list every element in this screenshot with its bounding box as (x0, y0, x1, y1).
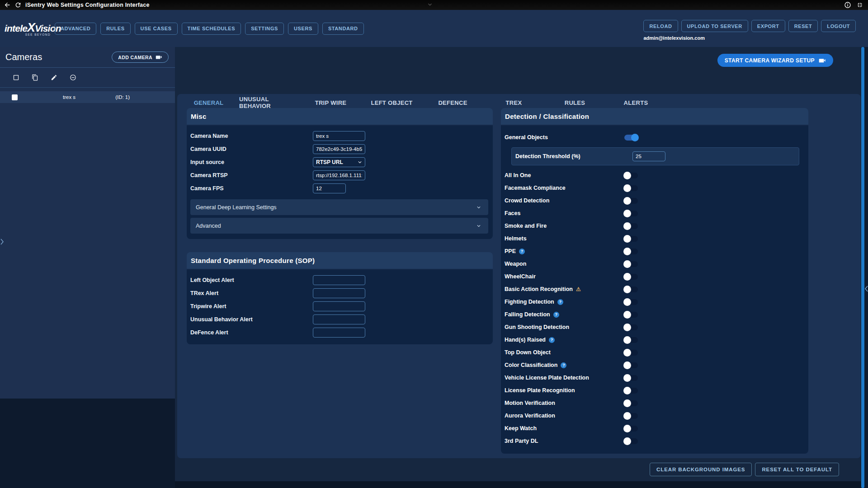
misc-panel: Misc Camera NameCamera UUIDInput sourceR… (187, 108, 493, 239)
info-icon[interactable] (844, 1, 851, 9)
field-label: Camera Name (190, 133, 313, 139)
nav-button-use-cases[interactable]: USE CASES (135, 23, 178, 35)
vehicle-license-plate-detection-toggle[interactable] (624, 375, 638, 381)
input-source-select[interactable]: RTSP URL (313, 157, 365, 167)
sop-row: Tripwire Alert (190, 300, 488, 313)
camera-uuid-input[interactable] (313, 144, 365, 154)
facemask-compliance-toggle[interactable] (624, 185, 638, 191)
top-down-object-toggle[interactable] (624, 350, 638, 356)
copy-icon[interactable] (32, 74, 38, 81)
info-icon[interactable]: ? (561, 362, 566, 368)
video-camera-icon (156, 55, 162, 60)
exit-fullscreen-icon[interactable] (856, 1, 863, 9)
nav-button-users[interactable]: USERS (288, 23, 318, 35)
smoke-and-fire-toggle[interactable] (624, 223, 638, 229)
toggle-row: Falling Detection? (505, 308, 804, 321)
toggle-label: Motion Verification (505, 400, 624, 406)
nav-button-time-schedules[interactable]: TIME SCHEDULES (182, 23, 241, 35)
crowd-detection-toggle[interactable] (624, 198, 638, 204)
camera-row-trex-s[interactable]: trex s (ID: 1) (0, 91, 175, 103)
toggle-row: Basic Action Recognition⚠ (505, 283, 804, 296)
tripwire-alert-input[interactable] (313, 301, 365, 311)
warning-icon: ⚠ (576, 286, 581, 292)
general-objects-label: General Objects (505, 134, 624, 141)
accordion-general-deep-learning-settings[interactable]: General Deep Learning Settings (190, 199, 488, 215)
refresh-icon[interactable] (14, 1, 22, 9)
3rd-party-dl-toggle[interactable] (624, 438, 638, 444)
nav-button-standard[interactable]: STANDARD (322, 23, 364, 35)
basic-action-recognition-toggle[interactable] (624, 286, 638, 292)
trex-alert-input[interactable] (313, 288, 365, 298)
nav-button-logout[interactable]: LOGOUT (821, 20, 856, 32)
toggle-label: License Plate Recognition (505, 387, 624, 394)
camera-rtsp-input[interactable] (313, 170, 365, 180)
info-icon[interactable]: ? (553, 312, 559, 318)
nav-button-reload[interactable]: RELOAD (643, 20, 678, 32)
toggle-label: Color Classification? (505, 362, 624, 368)
left-object-alert-input[interactable] (313, 275, 365, 285)
nav-button-reset[interactable]: RESET (788, 20, 818, 32)
all-in-one-toggle[interactable] (624, 173, 638, 178)
toggle-label: Basic Action Recognition⚠ (505, 286, 624, 292)
field-label: Tripwire Alert (190, 303, 313, 310)
unusual-behavior-alert-input[interactable] (313, 314, 365, 324)
field-row: Camera RTSP (190, 169, 488, 182)
nav-button-rules[interactable]: RULES (100, 23, 130, 35)
camera-name: trex s (63, 94, 75, 100)
start-camera-wizard-button[interactable]: START CAMERA WIZARD SETUP (717, 54, 833, 67)
nav-button-upload-to-server[interactable]: UPLOAD TO SERVER (681, 20, 748, 32)
toggle-label: Top Down Object (505, 349, 624, 356)
nav-button-export[interactable]: EXPORT (751, 20, 785, 32)
toggle-row: License Plate Recognition (505, 384, 804, 397)
falling-detection-toggle[interactable] (624, 312, 638, 318)
intelexvision-logo[interactable]: inteleXVision SEE BEYOND (5, 21, 51, 36)
collapse-panel-left-icon[interactable] (0, 239, 4, 245)
license-plate-recognition-toggle[interactable] (624, 388, 638, 394)
vertical-scrollbar[interactable] (861, 47, 864, 488)
remove-circle-icon[interactable] (70, 74, 76, 81)
camera-fps-input[interactable] (313, 183, 346, 193)
navbar: inteleXVision SEE BEYOND ADVANCEDRULESUS… (0, 10, 868, 47)
chevron-down-icon (476, 223, 482, 229)
wheelchair-toggle[interactable] (624, 274, 638, 280)
edit-pencil-icon[interactable] (51, 74, 57, 81)
nav-button-advanced[interactable]: ADVANCED (55, 23, 96, 35)
camera-checkbox[interactable] (12, 94, 18, 100)
camera-list: trex s (ID: 1) (0, 88, 175, 103)
toggle-row: Faces (505, 207, 804, 220)
faces-toggle[interactable] (624, 211, 638, 216)
toggle-row: Weapon (505, 258, 804, 270)
info-icon[interactable]: ? (549, 337, 555, 343)
info-icon[interactable]: ? (557, 299, 563, 305)
nav-button-settings[interactable]: SETTINGS (245, 23, 284, 35)
motion-verification-toggle[interactable] (624, 400, 638, 406)
helmets-toggle[interactable] (624, 236, 638, 242)
camera-name-input[interactable] (313, 131, 365, 141)
fighting-detection-toggle[interactable] (624, 299, 638, 305)
toggle-label: Weapon (505, 261, 624, 267)
back-arrow-icon[interactable] (4, 1, 11, 9)
gun-shooting-detection-toggle[interactable] (624, 324, 638, 330)
defence-alert-input[interactable] (313, 328, 365, 338)
cameras-sidebar: Cameras ADD CAMERA trex s (ID: 1) (0, 47, 175, 399)
reset-all-to-default-button[interactable]: RESET ALL TO DEFAULT (755, 463, 839, 476)
weapon-toggle[interactable] (624, 261, 638, 267)
general-objects-toggle[interactable] (624, 135, 638, 141)
field-row: Camera FPS (190, 182, 488, 195)
keep-watch-toggle[interactable] (624, 426, 638, 432)
info-icon[interactable]: ? (519, 249, 525, 254)
field-label: Camera FPS (190, 185, 313, 192)
ppe-toggle[interactable] (624, 249, 638, 254)
accordion-advanced[interactable]: Advanced (190, 218, 488, 234)
color-classification-toggle[interactable] (624, 362, 638, 368)
detection-threshold-input[interactable] (632, 151, 665, 161)
toggle-row: Helmets (505, 232, 804, 245)
select-checkbox-icon[interactable] (13, 74, 19, 81)
hand-s-raised-toggle[interactable] (624, 337, 638, 343)
clear-background-images-button[interactable]: CLEAR BACKGROUND IMAGES (650, 463, 752, 476)
detection-threshold-label: Detection Threshold (%) (515, 153, 632, 160)
add-camera-button[interactable]: ADD CAMERA (112, 52, 169, 63)
chevron-down-icon[interactable] (426, 1, 434, 8)
collapse-panel-right-icon[interactable] (865, 286, 868, 292)
aurora-verification-toggle[interactable] (624, 413, 638, 419)
